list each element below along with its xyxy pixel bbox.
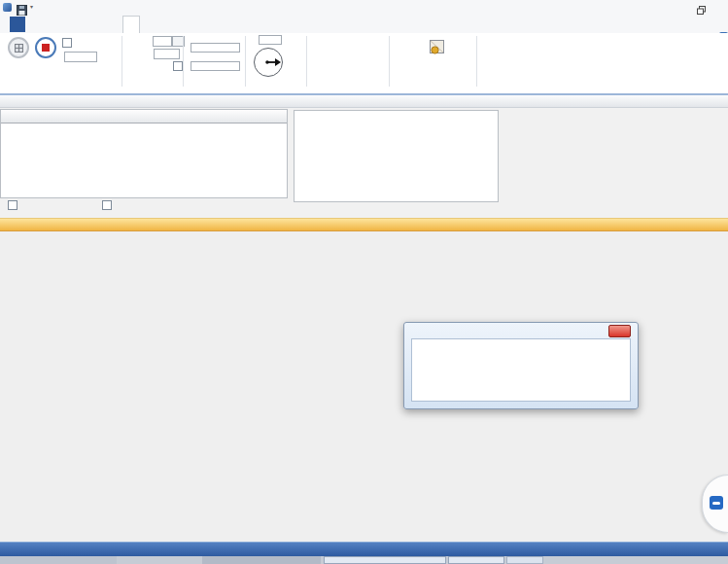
remote-control-icon	[710, 496, 723, 510]
taskbar-strip	[0, 556, 728, 564]
mirror-allowed-checkbox[interactable]	[173, 61, 183, 71]
about-close-button[interactable]	[608, 325, 631, 337]
auto-select-checkbox[interactable]	[8, 200, 17, 210]
group-separator	[121, 36, 122, 87]
show-unique-checkbox[interactable]	[102, 200, 112, 210]
tab-export[interactable]	[167, 17, 183, 32]
about-dialog-panel	[411, 338, 631, 402]
app-window: ▾	[0, 0, 728, 564]
group-separator	[389, 36, 390, 87]
direction-angle-input[interactable]	[259, 35, 282, 45]
results-table	[0, 109, 288, 198]
group-separator	[476, 36, 477, 87]
stop-button[interactable]	[35, 37, 56, 58]
quick-access-dropdown-icon[interactable]: ▾	[30, 3, 33, 10]
group-separator	[245, 36, 246, 87]
about-dialog	[403, 322, 639, 409]
part-spacing-input[interactable]	[191, 43, 240, 53]
group-separator	[183, 36, 184, 87]
tilt-input[interactable]	[154, 49, 180, 59]
fixed-run-checkbox[interactable]	[62, 38, 72, 48]
results-table-header	[1, 110, 287, 123]
auto-select-option[interactable]	[8, 199, 22, 210]
estimate-material-cost-button[interactable]	[397, 35, 478, 82]
stop-icon	[42, 44, 50, 52]
start-grid-icon	[15, 44, 23, 53]
status-bar	[0, 542, 728, 556]
tab-nesting[interactable]	[122, 16, 140, 33]
minimize-button[interactable]	[671, 1, 684, 12]
close-button[interactable]	[716, 1, 728, 12]
group-separator	[306, 36, 307, 87]
sheet-spacing-input[interactable]	[191, 61, 240, 71]
title-bar: ▾	[0, 0, 728, 16]
ribbon-tab-row	[0, 16, 728, 33]
material-cost-icon	[429, 39, 446, 56]
ribbon	[0, 33, 728, 93]
nest-tree	[294, 110, 499, 202]
restore-button[interactable]	[694, 1, 708, 12]
current-layout-header	[0, 218, 728, 231]
tab-sheets[interactable]	[82, 17, 97, 32]
app-icon	[3, 3, 12, 12]
direction-arrow-icon	[253, 47, 284, 78]
run-duration-input[interactable]	[64, 52, 97, 62]
rotation-select[interactable]	[153, 36, 172, 47]
direction-dial[interactable]	[253, 47, 284, 82]
tab-parts[interactable]	[47, 17, 62, 32]
start-button[interactable]	[8, 37, 29, 58]
tab-file[interactable]	[10, 17, 25, 32]
utilization-chart	[503, 107, 728, 212]
show-unique-option[interactable]	[102, 199, 117, 210]
